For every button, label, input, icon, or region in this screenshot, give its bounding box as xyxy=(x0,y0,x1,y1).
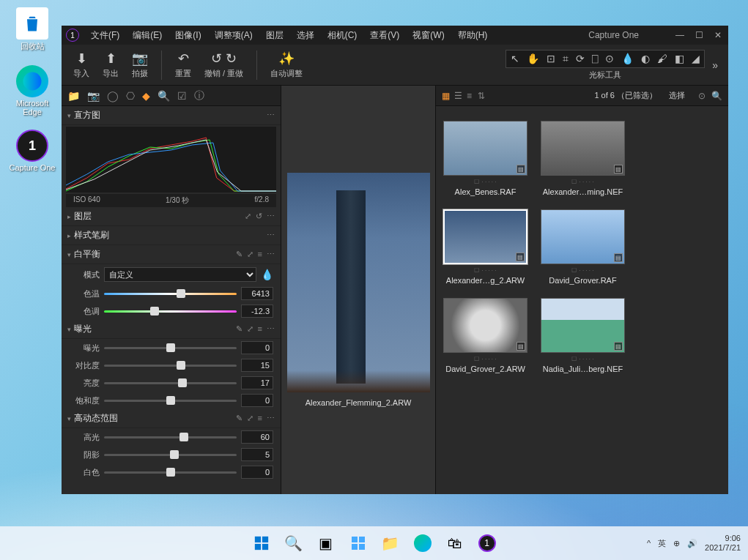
explorer-button[interactable]: 📁 xyxy=(377,529,404,557)
highlight-value[interactable]: 60 xyxy=(241,430,273,444)
store-button[interactable]: 🛍 xyxy=(441,529,469,557)
copy-icon[interactable]: ✎ xyxy=(236,324,242,334)
import-button[interactable]: ⬇导入 xyxy=(69,49,94,81)
menu-layer[interactable]: 图层 xyxy=(260,27,289,44)
shadow-slider[interactable] xyxy=(104,454,237,456)
highlight-slider[interactable] xyxy=(104,436,237,438)
task-view-button[interactable]: ▣ xyxy=(312,529,340,557)
menu-camera[interactable]: 相机(C) xyxy=(322,27,363,44)
expand-icon[interactable]: ⤢ xyxy=(247,324,253,334)
list-view-icon[interactable]: ☰ xyxy=(454,91,462,101)
saturation-slider[interactable] xyxy=(104,400,237,402)
thumbnail[interactable]: ▤ ☐· · · · · David_Grover.RAF xyxy=(541,209,625,285)
keystone-tool[interactable]: ⎕ xyxy=(592,53,598,65)
shadow-value[interactable]: 5 xyxy=(241,448,273,461)
panel-menu-icon[interactable]: ⋯ xyxy=(267,111,275,120)
hdr-panel-head[interactable]: ▾ 高动态范围 ✎⤢≡⋯ xyxy=(62,409,281,428)
layers-panel-head[interactable]: ▸ 图层 ⤢↺⋯ xyxy=(62,207,281,226)
style-brush-panel-head[interactable]: ▸ 样式笔刷 ⋯ xyxy=(62,226,281,245)
tab-lens[interactable]: ◯ xyxy=(107,90,119,102)
brush-tool[interactable]: 🖌 xyxy=(657,53,667,65)
thumbnail[interactable]: ▤ ☐· · · · · Nadia_Juli…berg.NEF xyxy=(541,298,625,373)
auto-adjust-button[interactable]: ✨自动调整 xyxy=(266,49,307,81)
wb-mode-select[interactable]: 自定义 xyxy=(104,267,256,282)
ime-indicator[interactable]: 英 xyxy=(658,538,666,549)
loupe-tool[interactable]: ⊡ xyxy=(547,53,555,65)
reset-icon[interactable]: ≡ xyxy=(258,250,262,259)
more-tools-icon[interactable]: » xyxy=(709,59,721,71)
contrast-value[interactable]: 15 xyxy=(241,359,273,372)
exposure-value[interactable]: 0 xyxy=(241,341,273,354)
panel-menu-icon[interactable]: ⋯ xyxy=(267,324,275,334)
search-icon[interactable]: 🔍 xyxy=(711,91,722,101)
tray-chevron-icon[interactable]: ^ xyxy=(647,539,651,548)
volume-icon[interactable]: 🔊 xyxy=(687,539,697,548)
copy-icon[interactable]: ✎ xyxy=(236,250,242,259)
browser-select[interactable]: 选择 xyxy=(669,90,685,101)
pointer-tool[interactable]: ↖ xyxy=(511,53,519,65)
tab-color[interactable]: ⎔ xyxy=(126,90,135,102)
eyedropper-icon[interactable]: 💧 xyxy=(261,269,273,280)
minimize-button[interactable]: — xyxy=(674,30,686,40)
mask-tool[interactable]: ◐ xyxy=(641,53,650,65)
contrast-slider[interactable] xyxy=(104,365,237,367)
clock[interactable]: 9:06 2021/7/21 xyxy=(705,534,741,553)
filter-icon[interactable]: ⊙ xyxy=(698,91,706,101)
search-button[interactable]: 🔍 xyxy=(280,529,308,557)
panel-menu-icon[interactable]: ⋯ xyxy=(267,231,275,240)
exposure-panel-head[interactable]: ▾ 曝光 ✎⤢≡⋯ xyxy=(62,320,281,339)
thumbnail[interactable]: ▤ ☐· · · · · Alexander…ming.NEF xyxy=(541,121,625,196)
grid-view-icon[interactable]: ▦ xyxy=(442,91,450,101)
panel-menu-icon[interactable]: ⋯ xyxy=(267,250,275,259)
saturation-value[interactable]: 0 xyxy=(241,394,273,407)
white-value[interactable]: 0 xyxy=(241,466,273,479)
desktop-icon-captureone[interactable]: 1 Capture One xyxy=(6,130,59,172)
menu-image[interactable]: 图像(I) xyxy=(169,27,207,44)
tab-adjustments[interactable]: ☑ xyxy=(177,90,187,102)
hand-tool[interactable]: ✋ xyxy=(527,53,539,65)
close-button[interactable]: ✕ xyxy=(712,30,724,40)
menu-window[interactable]: 视窗(W) xyxy=(407,27,450,44)
thumbnail[interactable]: ▤ ☐· · · · · Alex_Benes.RAF xyxy=(443,121,527,196)
reset-button[interactable]: ↶重置 xyxy=(171,49,196,81)
white-slider[interactable] xyxy=(104,471,237,474)
eraser-tool[interactable]: ◧ xyxy=(675,53,684,65)
menu-adjust[interactable]: 调整项(A) xyxy=(209,27,259,44)
tab-library[interactable]: 📁 xyxy=(67,90,80,102)
white-balance-panel-head[interactable]: ▾ 白平衡 ✎⤢≡⋯ xyxy=(62,245,281,264)
maximize-button[interactable]: ☐ xyxy=(693,30,705,40)
capture-button[interactable]: 📷拍摄 xyxy=(127,49,152,81)
widgets-button[interactable] xyxy=(344,529,372,557)
undo-redo-button[interactable]: ↺ ↻撤销 / 重做 xyxy=(200,49,248,81)
desktop-icon-edge[interactable]: Microsoft Edge xyxy=(6,65,59,116)
copy-icon[interactable]: ✎ xyxy=(236,414,242,423)
reset-icon[interactable]: ↺ xyxy=(256,212,262,221)
reset-icon[interactable]: ≡ xyxy=(258,414,262,423)
tab-metadata[interactable]: ⓘ xyxy=(194,89,204,102)
gradient-tool[interactable]: ◢ xyxy=(692,53,700,65)
panel-menu-icon[interactable]: ⋯ xyxy=(267,414,275,423)
spot-tool[interactable]: ⊙ xyxy=(605,53,614,65)
tab-details[interactable]: 🔍 xyxy=(158,90,170,102)
thumbnail[interactable]: ▤ ☐· · · · · Alexander…g_2.ARW xyxy=(443,209,527,285)
start-button[interactable] xyxy=(248,529,275,557)
desktop-icon-recycle[interactable]: 回收站 xyxy=(6,7,59,52)
edge-button[interactable] xyxy=(409,529,437,557)
wb-temp-value[interactable]: 6413 xyxy=(241,287,273,300)
viewer-image[interactable] xyxy=(287,173,430,392)
menu-view[interactable]: 查看(V) xyxy=(364,27,405,44)
export-button[interactable]: ⬆导出 xyxy=(98,49,123,81)
sort-icon[interactable]: ⇅ xyxy=(478,91,485,101)
crop-tool[interactable]: ⌗ xyxy=(563,53,569,65)
wb-tint-slider[interactable] xyxy=(104,310,237,313)
expand-icon[interactable]: ⤢ xyxy=(245,212,251,221)
menu-select[interactable]: 选择 xyxy=(291,27,320,44)
captureone-button[interactable]: 1 xyxy=(473,529,501,557)
menu-help[interactable]: 帮助(H) xyxy=(452,27,494,44)
wb-temp-slider[interactable] xyxy=(104,293,237,295)
thumbnail[interactable]: ▤ ☐· · · · · David_Grover_2.ARW xyxy=(443,298,527,373)
filmstrip-view-icon[interactable]: ≡ xyxy=(467,91,472,101)
brightness-slider[interactable] xyxy=(104,382,237,384)
tab-exposure[interactable]: ◆ xyxy=(142,90,150,102)
tab-capture[interactable]: 📷 xyxy=(87,90,100,102)
